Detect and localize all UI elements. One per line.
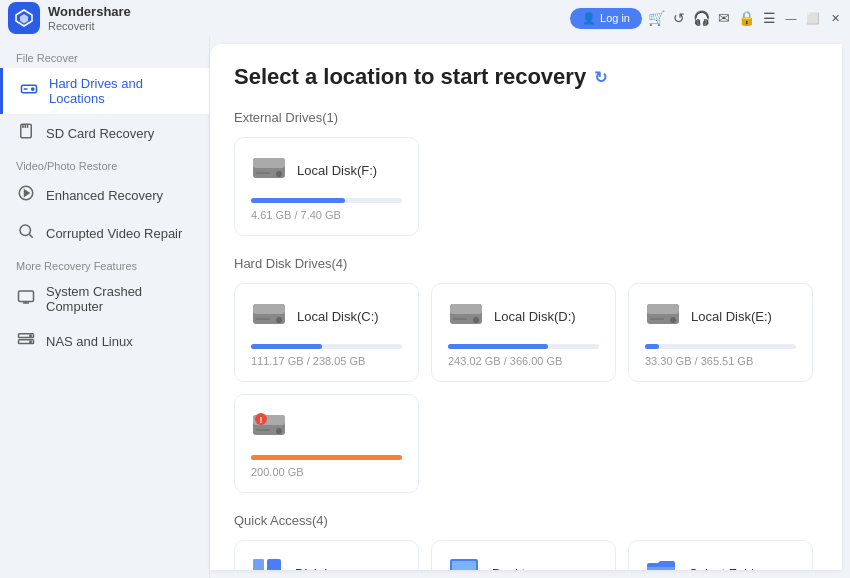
sidebar-item-hard-drives[interactable]: Hard Drives and Locations [0, 68, 209, 114]
titlebar-controls: 👤 Log in 🛒 ↺ 🎧 ✉ 🔒 ☰ — ⬜ ✕ [570, 8, 842, 29]
drive-card-e[interactable]: Local Disk(E:) 33.30 GB / 365.51 GB [628, 283, 813, 382]
drive-hdd-icon [251, 152, 287, 188]
svg-marker-42 [253, 559, 264, 570]
sidebar-section-video-photo: Video/Photo Restore [0, 152, 209, 176]
maximize-button[interactable]: ⬜ [806, 11, 820, 25]
svg-text:!: ! [260, 415, 263, 425]
page-title: Select a location to start recovery ↻ [234, 64, 818, 90]
sidebar-label-hard-drives: Hard Drives and Locations [49, 76, 193, 106]
sidebar-section-file-recover: File Recover [0, 44, 209, 68]
enhanced-icon [16, 184, 36, 206]
cart-icon[interactable]: 🛒 [648, 10, 665, 26]
sd-card-icon [16, 122, 36, 144]
hard-drives-icon [19, 80, 39, 102]
sidebar-item-sd-card[interactable]: SD Card Recovery [0, 114, 209, 152]
select-folder-icon [645, 555, 677, 570]
mail-icon[interactable]: ✉ [718, 10, 730, 26]
minimize-button[interactable]: — [784, 11, 798, 25]
sidebar-label-corrupted-video: Corrupted Video Repair [46, 226, 182, 241]
svg-rect-27 [450, 304, 482, 314]
svg-point-17 [30, 341, 32, 343]
quick-name-desktop: Desktop [492, 566, 540, 571]
drive-bar-container-error [251, 455, 402, 460]
titlebar-icons: 🛒 ↺ 🎧 ✉ 🔒 ☰ — ⬜ ✕ [648, 10, 842, 26]
hard-disk-drives-grid: Local Disk(C:) 111.17 GB / 238.05 GB [234, 283, 818, 493]
drive-error-icon: ! [251, 409, 287, 445]
svg-rect-41 [267, 559, 281, 570]
sidebar-section-more: More Recovery Features [0, 252, 209, 276]
svg-point-16 [30, 335, 32, 337]
drive-size-e: 33.30 GB / 365.51 GB [645, 355, 796, 367]
drive-card-top-e: Local Disk(E:) [645, 298, 796, 334]
headset-icon[interactable]: 🎧 [693, 10, 710, 26]
drive-hdd-icon-e [645, 298, 681, 334]
external-drives-label: External Drives(1) [234, 110, 818, 125]
sidebar-item-system-crashed[interactable]: System Crashed Computer [0, 276, 209, 322]
quick-card-select-folder[interactable]: Select Folder [628, 540, 813, 570]
drive-size-c: 111.17 GB / 238.05 GB [251, 355, 402, 367]
svg-rect-19 [253, 158, 285, 168]
svg-rect-31 [647, 304, 679, 314]
drive-card-c[interactable]: Local Disk(C:) 111.17 GB / 238.05 GB [234, 283, 419, 382]
drive-name-f: Local Disk(F:) [297, 163, 377, 178]
hard-disk-drives-label: Hard Disk Drives(4) [234, 256, 818, 271]
quick-name-disk-image: Disk Image [295, 566, 360, 571]
drive-card-error[interactable]: ! 200.00 GB [234, 394, 419, 493]
menu-icon[interactable]: ☰ [763, 10, 776, 26]
drive-hdd-icon-c [251, 298, 287, 334]
svg-point-1 [32, 88, 34, 90]
sidebar-item-nas-linux[interactable]: NAS and Linux [0, 322, 209, 360]
app-name: Wondershare [48, 4, 131, 20]
quick-access-label: Quick Access(4) [234, 513, 818, 528]
app-title-block: Wondershare Recoverit [48, 4, 131, 32]
svg-rect-33 [650, 318, 664, 320]
svg-rect-21 [256, 172, 270, 174]
drive-bar-container-d [448, 344, 599, 349]
drive-name-d: Local Disk(D:) [494, 309, 576, 324]
drive-card-d[interactable]: Local Disk(D:) 243.02 GB / 366.00 GB [431, 283, 616, 382]
login-button[interactable]: 👤 Log in [570, 8, 642, 29]
system-crashed-icon [16, 288, 36, 310]
user-icon: 👤 [582, 12, 596, 25]
refresh-icon[interactable]: ↺ [673, 10, 685, 26]
titlebar: Wondershare Recoverit 👤 Log in 🛒 ↺ 🎧 ✉ 🔒… [0, 0, 850, 36]
sidebar-item-corrupted-video[interactable]: Corrupted Video Repair [0, 214, 209, 252]
drive-hdd-icon-d [448, 298, 484, 334]
sidebar-label-system-crashed: System Crashed Computer [46, 284, 193, 314]
drive-size-f: 4.61 GB / 7.40 GB [251, 209, 402, 221]
drive-card-top: Local Disk(F:) [251, 152, 402, 188]
drive-bar-f [251, 198, 345, 203]
drive-card-top-error: ! [251, 409, 402, 445]
svg-rect-29 [453, 318, 467, 320]
external-drives-grid: Local Disk(F:) 4.61 GB / 7.40 GB [234, 137, 818, 236]
sidebar-label-enhanced: Enhanced Recovery [46, 188, 163, 203]
drive-size-error: 200.00 GB [251, 466, 402, 478]
drive-bar-d [448, 344, 548, 349]
main-layout: File Recover Hard Drives and Locations [0, 36, 850, 578]
drive-bar-e [645, 344, 659, 349]
desktop-icon [448, 555, 480, 570]
quick-card-desktop[interactable]: Desktop [431, 540, 616, 570]
drive-size-d: 243.02 GB / 366.00 GB [448, 355, 599, 367]
drive-bar-c [251, 344, 322, 349]
app-brand: Wondershare Recoverit [8, 2, 131, 34]
drive-card-top-d: Local Disk(D:) [448, 298, 599, 334]
drive-card-top-c: Local Disk(C:) [251, 298, 402, 334]
app-product: Recoverit [48, 20, 131, 32]
svg-point-28 [473, 317, 479, 323]
svg-point-32 [670, 317, 676, 323]
corrupted-video-icon [16, 222, 36, 244]
drive-bar-error [251, 455, 402, 460]
sidebar-label-sd-card: SD Card Recovery [46, 126, 154, 141]
sidebar-item-enhanced[interactable]: Enhanced Recovery [0, 176, 209, 214]
quick-card-disk-image[interactable]: Disk Image [234, 540, 419, 570]
close-button[interactable]: ✕ [828, 11, 842, 25]
drive-card-f[interactable]: Local Disk(F:) 4.61 GB / 7.40 GB [234, 137, 419, 236]
sidebar-label-nas-linux: NAS and Linux [46, 334, 133, 349]
drive-bar-container-e [645, 344, 796, 349]
lock-icon[interactable]: 🔒 [738, 10, 755, 26]
disk-image-icon [251, 555, 283, 570]
page-refresh-icon[interactable]: ↻ [594, 68, 607, 87]
svg-rect-25 [256, 318, 270, 320]
svg-point-20 [276, 171, 282, 177]
